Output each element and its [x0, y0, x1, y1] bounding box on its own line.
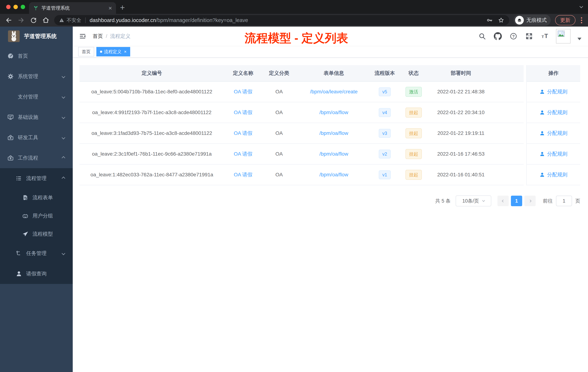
form-info-link[interactable]: /bpm/oa/leave/create	[296, 82, 371, 102]
bookmark-star-icon[interactable]	[498, 17, 504, 24]
definition-name-link[interactable]: OA 请假	[224, 82, 262, 102]
sidebar-item-task-management[interactable]: 任务管理	[0, 243, 73, 263]
sidebar-item-process-model[interactable]: 流程模型	[0, 225, 73, 243]
address-bar[interactable]: 不安全 dashboard.yudao.iocoder.cn/bpm/manag…	[54, 15, 509, 25]
robot-face-icon	[21, 213, 29, 219]
new-tab-button[interactable]: +	[120, 2, 125, 12]
window-zoom-button[interactable]	[21, 5, 25, 9]
home-icon[interactable]	[42, 16, 50, 24]
tag-close-icon[interactable]: ×	[124, 49, 126, 54]
window-controls[interactable]	[6, 5, 25, 9]
tag-label: 首页	[82, 49, 91, 55]
url-domain[interactable]: dashboard.yudao.iocoder.cn	[90, 17, 156, 23]
active-dot	[100, 51, 102, 53]
sidebar-item-system[interactable]: 系统管理	[0, 66, 73, 87]
tag-process-definition[interactable]: 流程定义 ×	[96, 47, 130, 56]
sidebar-item-label: 研发工具	[18, 134, 38, 141]
sidebar-item-workflow[interactable]: 工作流程	[0, 148, 73, 168]
definition-category: OA	[262, 82, 296, 102]
status-badge: 挂起	[405, 170, 422, 180]
assign-rule-label: 分配规则	[547, 109, 567, 116]
prev-page-button[interactable]	[497, 196, 509, 206]
breadcrumb-home[interactable]: 首页	[93, 33, 103, 40]
chevron-down-icon	[482, 199, 485, 202]
forward-icon[interactable]	[17, 16, 25, 24]
column-header: 操作	[527, 65, 580, 82]
key-icon[interactable]	[486, 17, 493, 23]
user-avatar[interactable]	[556, 29, 571, 44]
version-badge: v1	[379, 170, 391, 179]
browser-tab[interactable]: 芋道管理系统 ×	[29, 2, 116, 14]
security-label[interactable]: 不安全	[67, 17, 81, 23]
tag-home[interactable]: 首页	[78, 47, 94, 56]
definition-name-link[interactable]: OA 请假	[224, 164, 262, 185]
reload-icon[interactable]	[30, 16, 37, 24]
help-icon[interactable]: ?	[509, 32, 518, 41]
sidebar-item-user-group[interactable]: 用户分组	[0, 207, 73, 225]
font-size-icon[interactable]: TT	[540, 32, 549, 41]
window-close-button[interactable]	[6, 5, 10, 9]
assign-rule-button[interactable]: 分配规则	[527, 102, 580, 123]
breadcrumb-current: 流程定义	[110, 33, 131, 40]
definition-name-link[interactable]: OA 请假	[224, 123, 262, 143]
definition-id: oa_leave:5:004b710b-7b8a-11ec-8ef0-acde4…	[79, 82, 224, 102]
logo-rabbit-image	[8, 30, 20, 42]
form-info-link[interactable]: /bpm/oa/flow	[296, 164, 371, 185]
tab-close-icon[interactable]: ×	[108, 5, 112, 11]
assign-rule-button[interactable]: 分配规则	[527, 123, 580, 144]
sidebar-item-leave-query[interactable]: 请假查询	[0, 263, 73, 284]
jump-suffix-label: 页	[575, 198, 580, 204]
tab-search-chevron-icon[interactable]	[580, 5, 583, 8]
sidebar-item-label: 首页	[18, 53, 28, 59]
sidebar-item-infrastructure[interactable]: 基础设施	[0, 107, 73, 127]
assign-rule-button[interactable]: 分配规则	[527, 82, 580, 102]
sidebar-item-process-management[interactable]: 流程管理	[0, 168, 73, 188]
sidebar-item-home[interactable]: 首页	[0, 46, 73, 66]
search-icon[interactable]	[478, 32, 487, 41]
app-logo[interactable]: 芋道管理系统	[0, 27, 73, 46]
form-document-icon	[21, 194, 29, 201]
next-page-button[interactable]	[524, 196, 536, 206]
svg-text:T: T	[542, 34, 544, 39]
form-info-link[interactable]: /bpm/oa/flow	[296, 144, 371, 164]
sidebar-item-label: 请假查询	[26, 270, 47, 277]
avatar-caret-icon[interactable]	[578, 38, 581, 40]
sidebar-item-payment[interactable]: 支付管理	[0, 87, 73, 107]
jump-prefix-label: 前往	[543, 198, 553, 204]
deploy-time: 2022-01-22 20:34:10	[429, 102, 493, 123]
form-info-link[interactable]: /bpm/oa/flow	[296, 102, 371, 123]
status-badge: 挂起	[405, 149, 422, 159]
github-icon[interactable]	[494, 32, 502, 41]
page-size-select[interactable]: 10条/页	[456, 196, 491, 206]
fullscreen-icon[interactable]	[525, 32, 534, 41]
assign-rule-button[interactable]: 分配规则	[527, 144, 580, 164]
column-header: 表单信息	[296, 65, 371, 81]
page-jump-input[interactable]	[556, 196, 572, 206]
table-row: oa_leave:4:991f2193-7b7f-11ec-a3c8-acde4…	[79, 102, 524, 123]
sidebar-item-label: 任务管理	[26, 250, 47, 257]
window-minimize-button[interactable]	[13, 5, 18, 9]
toolbox-icon	[7, 154, 15, 161]
back-icon[interactable]	[5, 16, 13, 24]
browser-menu-icon[interactable]	[580, 17, 583, 23]
monitor-icon	[7, 114, 15, 121]
current-page-button[interactable]: 1	[511, 196, 522, 206]
browser-toolbar: 不安全 dashboard.yudao.iocoder.cn/bpm/manag…	[0, 14, 588, 27]
sidebar-item-label: 流程表单	[32, 194, 53, 201]
deploy-time: 2022-01-22 19:19:11	[429, 123, 493, 143]
paper-plane-icon	[21, 231, 29, 237]
url-path[interactable]: /bpm/manager/definition?key=oa_leave	[156, 17, 248, 23]
not-secure-warning-icon	[59, 17, 64, 23]
browser-update-button[interactable]: 更新	[555, 15, 576, 25]
form-info-link[interactable]: /bpm/oa/flow	[296, 123, 371, 143]
hamburger-icon[interactable]	[78, 32, 87, 41]
list-icon	[15, 175, 23, 182]
svg-text:T: T	[544, 33, 548, 39]
sidebar-item-process-form[interactable]: 流程表单	[0, 188, 73, 207]
deploy-time: 2022-01-16 01:40:51	[429, 164, 493, 185]
sidebar-item-dev-tools[interactable]: 研发工具	[0, 127, 73, 148]
definition-name-link[interactable]: OA 请假	[224, 102, 262, 123]
definition-name-link[interactable]: OA 请假	[224, 144, 262, 164]
assign-rule-button[interactable]: 分配规则	[527, 164, 580, 185]
broken-image-icon	[557, 30, 566, 38]
